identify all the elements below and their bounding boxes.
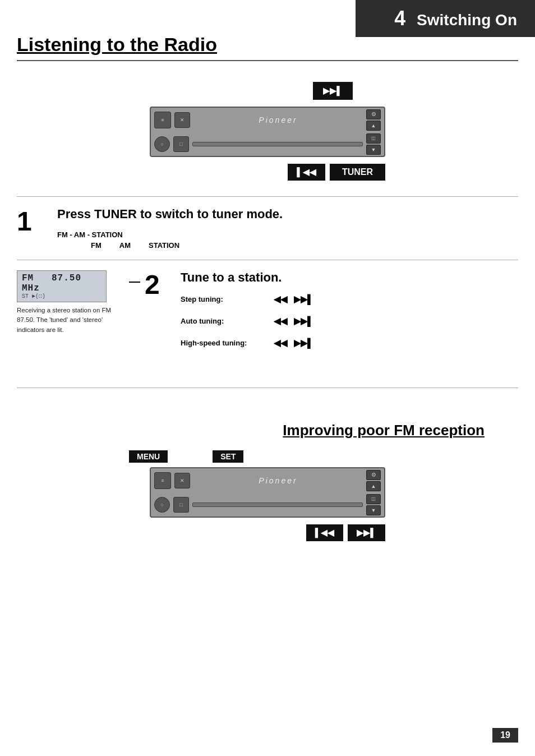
device-bottom-row1: ≡ ✕ Pioneer ⚙ ▲ [151, 468, 384, 492]
device-image-top: ▶▶▌ ≡ ✕ Pioneer ⚙ ▲ ○ □ ◫ [17, 107, 518, 157]
up-btn[interactable]: ▲ [366, 121, 381, 131]
device-container-bottom: ≡ ✕ Pioneer ⚙ ▲ ○ □ ◫ [150, 467, 385, 518]
down-btn-b[interactable]: ▼ [366, 505, 381, 515]
step2-caption: Receiving a stereo station on FM 87.50. … [17, 306, 115, 335]
btn2-b[interactable]: ✕ [174, 473, 190, 488]
separator-3 [17, 388, 518, 388]
up-btn-b[interactable]: ▲ [366, 481, 381, 491]
power-btn-b[interactable]: ⚙ [366, 470, 381, 480]
square-btn1-b[interactable]: □ [173, 497, 189, 513]
step-tuning-row: Step tuning: ◀◀ ▶▶▌ [181, 294, 518, 305]
device-bottom-buttons-top: ▌◀◀ TUNER [288, 164, 385, 181]
menu-btn-b[interactable]: ≡ [154, 472, 171, 489]
highspeed-fwd-icon: ▶▶▌ [294, 338, 313, 348]
step1-content: Press TUNER to switch to tuner mode. FM … [57, 207, 518, 254]
step2-right: Tune to a station. Step tuning: ◀◀ ▶▶▌ A… [181, 270, 518, 359]
radio-display: FM 87.50 MHz ST ►(□) [17, 270, 107, 302]
device-row1: ≡ ✕ Pioneer ⚙ ▲ [151, 108, 384, 132]
radio-freq: FM 87.50 MHz [22, 273, 102, 293]
progress-bar [192, 142, 363, 146]
ff-button-top[interactable]: ▶▶▌ [313, 82, 353, 100]
page-title: Listening to the Radio [17, 34, 518, 61]
right-buttons-bot-b: ◫ ▼ [366, 494, 381, 515]
menu-btn[interactable]: ≡ [154, 112, 171, 128]
step-fwd-icon: ▶▶▌ [294, 294, 313, 305]
highspeed-tuning-row: High-speed tuning: ◀◀ ▶▶▌ [181, 338, 518, 348]
step2-title: Tune to a station. [181, 270, 518, 285]
auto-tuning-row: Auto tuning: ◀◀ ▶▶▌ [181, 316, 518, 326]
page-number: 19 [492, 728, 518, 743]
step2-number: 2 [145, 270, 172, 359]
device-area-bottom: ≡ ✕ Pioneer ⚙ ▲ ○ □ ◫ [17, 467, 518, 518]
menu-set-row: MENU SET [129, 450, 518, 463]
step-rew-icon: ◀◀ [274, 294, 287, 305]
step2-left: FM 87.50 MHz ST ►(□) Receiving a stereo … [17, 270, 129, 335]
header-title: Switching On [417, 11, 517, 29]
step1-container: 1 Press TUNER to switch to tuner mode. F… [17, 207, 518, 254]
step1-number: 1 [17, 207, 44, 254]
device-bottom-btns2: ▌◀◀ ▶▶▌ [306, 524, 385, 541]
menu-label: MENU [129, 450, 168, 463]
tuner-button[interactable]: TUNER [330, 164, 385, 181]
round-btn1[interactable]: ○ [154, 136, 170, 152]
right-buttons-top: ⚙ ▲ [366, 109, 381, 131]
radio-sub: ST ►(□) [22, 293, 102, 299]
step2-outer: FM 87.50 MHz ST ►(□) Receiving a stereo … [17, 270, 518, 359]
fmas-station: STATION [149, 241, 179, 250]
section2-title: Improving poor FM reception [17, 422, 518, 439]
auto-tuning-icons: ◀◀ ▶▶▌ [274, 316, 313, 326]
fmas-am: AM [119, 241, 131, 250]
highspeed-tuning-icons: ◀◀ ▶▶▌ [274, 338, 313, 348]
square-btn1[interactable]: □ [173, 136, 189, 152]
fmas-label: FM - AM - STATION [57, 231, 518, 239]
disp-btn-b[interactable]: ◫ [366, 494, 381, 504]
device-row2: ○ □ ◫ ▼ [151, 132, 384, 156]
auto-tuning-label: Auto tuning: [181, 317, 265, 325]
second-section: Improving poor FM reception MENU SET ≡ ✕… [17, 422, 518, 518]
brand-label-b: Pioneer [193, 476, 363, 485]
radio-device-top: ≡ ✕ Pioneer ⚙ ▲ ○ □ ◫ ▼ [150, 107, 385, 157]
device-bottom-row2: ○ □ ◫ ▼ [151, 492, 384, 517]
step-tuning-label: Step tuning: [181, 295, 265, 303]
rew-button-top[interactable]: ▌◀◀ [288, 164, 325, 181]
ff-button-bottom[interactable]: ▶▶▌ [348, 524, 385, 541]
set-label: SET [213, 450, 243, 463]
step-tuning-icons: ◀◀ ▶▶▌ [274, 294, 313, 305]
right-buttons-top-b: ⚙ ▲ [366, 470, 381, 491]
round-btn1-b[interactable]: ○ [154, 497, 170, 513]
step1-title: Press TUNER to switch to tuner mode. [57, 207, 518, 222]
power-btn[interactable]: ⚙ [366, 109, 381, 119]
auto-fwd-icon: ▶▶▌ [294, 316, 313, 326]
device-container-top: ▶▶▌ ≡ ✕ Pioneer ⚙ ▲ ○ □ ◫ [150, 107, 385, 157]
fmas-fm: FM [91, 241, 102, 250]
separator-2 [17, 260, 518, 260]
step2-main: 2 Tune to a station. Step tuning: ◀◀ ▶▶▌… [145, 270, 518, 359]
chapter-number: 4 [394, 7, 405, 30]
brand-label: Pioneer [193, 116, 363, 125]
main-content: ▶▶▌ ≡ ✕ Pioneer ⚙ ▲ ○ □ ◫ [0, 73, 535, 551]
progress-bar-b [192, 503, 363, 507]
auto-rew-icon: ◀◀ [274, 316, 287, 326]
down-btn[interactable]: ▼ [366, 145, 381, 155]
step2-arrow: — [129, 275, 140, 288]
right-buttons-bot: ◫ ▼ [366, 133, 381, 155]
radio-mode: FM [22, 273, 34, 283]
fmas-row: FM AM STATION [91, 241, 518, 250]
highspeed-rew-icon: ◀◀ [274, 338, 287, 348]
radio-device-bottom: ≡ ✕ Pioneer ⚙ ▲ ○ □ ◫ [150, 467, 385, 518]
highspeed-tuning-label: High-speed tuning: [181, 339, 265, 347]
btn2[interactable]: ✕ [174, 112, 190, 128]
separator-1 [17, 196, 518, 197]
rew-button-bottom[interactable]: ▌◀◀ [306, 524, 344, 541]
header-banner: 4 Switching On [356, 0, 535, 37]
disp-btn[interactable]: ◫ [366, 133, 381, 144]
